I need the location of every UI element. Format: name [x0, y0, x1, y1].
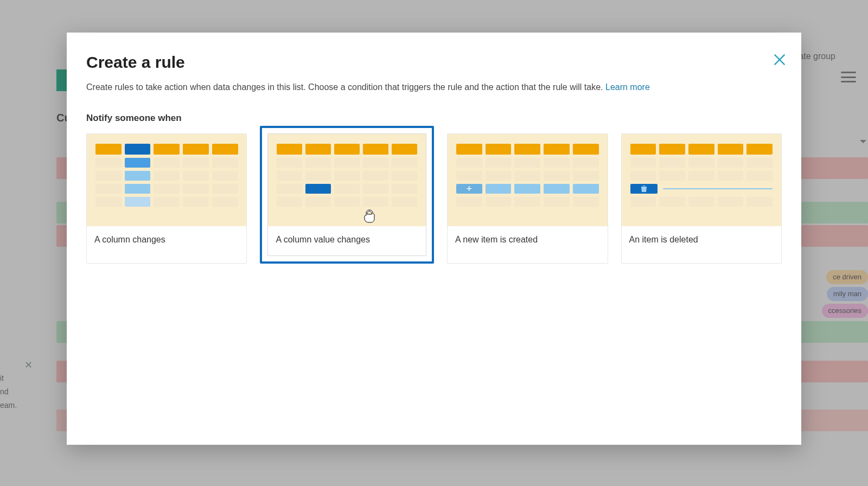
section-label: Notify someone when	[86, 113, 782, 124]
create-rule-dialog: Create a rule Create rules to take actio…	[67, 33, 801, 445]
card-thumbnail	[268, 134, 426, 226]
rule-template-cards: A column changes A column value changes	[86, 133, 782, 264]
card-new-item-created[interactable]: + A new item is created	[447, 133, 608, 264]
card-label: An item is deleted	[622, 226, 781, 255]
card-thumbnail	[622, 134, 781, 226]
card-thumbnail: +	[448, 134, 607, 226]
card-item-deleted[interactable]: An item is deleted	[621, 133, 782, 264]
card-thumbnail	[87, 134, 246, 226]
dialog-description: Create rules to take action when data ch…	[86, 82, 782, 92]
dialog-title: Create a rule	[86, 53, 782, 72]
card-label: A new item is created	[448, 226, 607, 255]
card-column-value-changes[interactable]: A column value changes	[260, 126, 434, 264]
close-button[interactable]	[772, 52, 787, 67]
card-label: A column changes	[87, 226, 246, 255]
plus-icon: +	[456, 184, 482, 194]
trash-icon	[630, 184, 658, 194]
learn-more-link[interactable]: Learn more	[605, 82, 650, 92]
card-label: A column value changes	[268, 226, 426, 255]
card-column-changes[interactable]: A column changes	[86, 133, 247, 264]
